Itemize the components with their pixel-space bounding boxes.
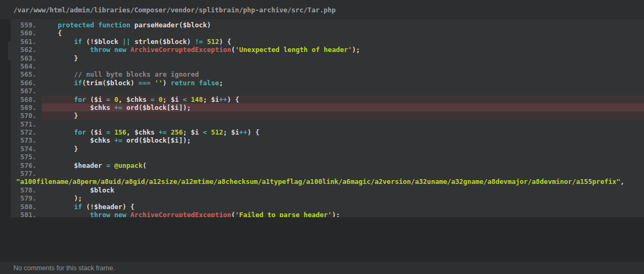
code-token xyxy=(195,79,199,87)
code-line: 575. xyxy=(11,153,644,161)
code-token: ) { xyxy=(227,95,239,103)
code-token: $chks xyxy=(42,103,114,112)
code-token xyxy=(110,128,115,136)
line-number: 578. xyxy=(11,186,42,194)
code-token: ( xyxy=(142,161,147,169)
code-token: 0 xyxy=(158,95,163,103)
code-line: 570. } xyxy=(11,112,644,120)
code-token: += xyxy=(114,103,122,112)
code-token: 148 xyxy=(191,95,203,103)
code-text: protected function parseHeader($block) xyxy=(42,21,644,29)
code-token xyxy=(126,46,131,54)
code-line: 571. xyxy=(11,120,644,128)
line-number: 576. xyxy=(11,161,42,169)
code-token xyxy=(42,46,90,54)
code-token xyxy=(150,79,155,87)
code-line: 560. { xyxy=(11,29,644,37)
code-line: 561. if (!$block || strlen($block) != 51… xyxy=(11,38,644,46)
code-token: 256 xyxy=(171,128,183,136)
code-token xyxy=(42,21,58,29)
code-line: 567. xyxy=(11,87,644,95)
code-token xyxy=(203,38,207,46)
code-token: parseHeader($block) xyxy=(131,21,211,29)
file-path-bar[interactable]: /var/www/html/admin/libraries/Composer/v… xyxy=(0,0,644,19)
code-token: = xyxy=(106,95,110,103)
code-token: = xyxy=(150,95,155,103)
code-token: false xyxy=(199,79,219,87)
code-token: ) { xyxy=(247,128,260,136)
code-token: 'Failed to parse header' xyxy=(235,211,332,217)
code-token xyxy=(166,128,171,136)
code-token: ord($block[$i]); xyxy=(123,136,191,144)
code-line: 580. if (!$header) { xyxy=(11,203,644,211)
line-number: 577. xyxy=(11,169,42,177)
code-line: 566. if(trim($block) === '') return fals… xyxy=(11,79,644,87)
code-token: @unpack xyxy=(114,161,142,169)
code-token: ) xyxy=(163,79,171,87)
code-line: 565. // null byte blocks are ignored xyxy=(11,70,644,78)
code-token: // null byte blocks are ignored xyxy=(74,70,199,78)
code-token: += xyxy=(158,128,166,136)
code-token: { xyxy=(42,29,62,37)
line-number: 564. xyxy=(11,62,42,70)
code-token xyxy=(42,128,74,136)
code-line: "a100filename/a8perm/a8uid/a8gid/a12size… xyxy=(11,177,644,186)
code-token: , $chks xyxy=(118,95,150,103)
code-token: $chks xyxy=(42,136,114,144)
code-token: 'Unexpected length of header' xyxy=(235,46,352,54)
code-token: if xyxy=(74,79,82,87)
code-text: if (!$block || strlen($block) != 512) { xyxy=(42,38,644,46)
code-token: $header xyxy=(42,161,106,169)
code-snippet-panel[interactable]: 559. protected function parseHeader($blo… xyxy=(11,19,644,217)
line-number: 581. xyxy=(11,211,42,217)
code-token: ArchiveCorruptedException xyxy=(131,46,231,54)
code-token: for xyxy=(74,128,86,136)
code-text: // null byte blocks are ignored xyxy=(42,70,644,78)
code-token xyxy=(126,211,131,217)
code-token: (!$header) { xyxy=(82,203,134,211)
code-token: < xyxy=(203,128,207,136)
code-token: throw xyxy=(90,211,110,217)
code-token: new xyxy=(114,211,126,217)
code-token: , $chks xyxy=(126,128,158,136)
code-text: for ($i = 0, $chks = 0; $i < 148; $i++) … xyxy=(42,95,644,103)
code-token: ($i xyxy=(86,95,107,103)
line-number: 560. xyxy=(11,29,42,37)
code-text xyxy=(42,62,644,70)
code-text: ); xyxy=(42,194,644,202)
line-number: 569. xyxy=(11,103,42,112)
code-line: 572. for ($i = 156, $chks += 256; $i < 5… xyxy=(11,128,644,136)
code-token: || xyxy=(123,38,131,46)
code-line: 577. xyxy=(11,169,644,177)
code-token: < xyxy=(183,95,187,103)
code-token: += xyxy=(114,136,122,144)
code-token: != xyxy=(195,38,203,46)
code-token xyxy=(42,95,74,103)
code-token: 512 xyxy=(211,128,223,136)
code-token: === xyxy=(139,79,151,87)
code-token: for xyxy=(74,95,86,103)
code-token: ); xyxy=(352,46,360,54)
code-text: } xyxy=(42,145,644,153)
code-token xyxy=(187,95,191,103)
line-number: 566. xyxy=(11,79,42,87)
code-text: $chks += ord($block[$i]); xyxy=(42,136,644,144)
code-token: 512 xyxy=(207,38,219,46)
code-token: ; $i xyxy=(163,95,183,103)
line-number: 575. xyxy=(11,153,42,161)
code-lines: 559. protected function parseHeader($blo… xyxy=(11,21,644,217)
code-token: ) { xyxy=(219,38,231,46)
code-line: 574. } xyxy=(11,145,644,153)
code-token: strlen($block) xyxy=(131,38,195,46)
code-token: 0 xyxy=(115,95,119,103)
code-line: 569. $chks += ord($block[$i]); xyxy=(11,103,644,112)
code-token xyxy=(42,38,74,46)
code-token: (!$block xyxy=(82,38,122,46)
code-token: ++ xyxy=(239,128,247,136)
code-token: } xyxy=(42,145,78,153)
code-token xyxy=(110,95,115,103)
code-token xyxy=(42,70,74,78)
file-path: /var/www/html/admin/libraries/Composer/v… xyxy=(13,6,336,14)
code-token: , xyxy=(620,177,625,186)
code-token: } xyxy=(42,112,78,120)
